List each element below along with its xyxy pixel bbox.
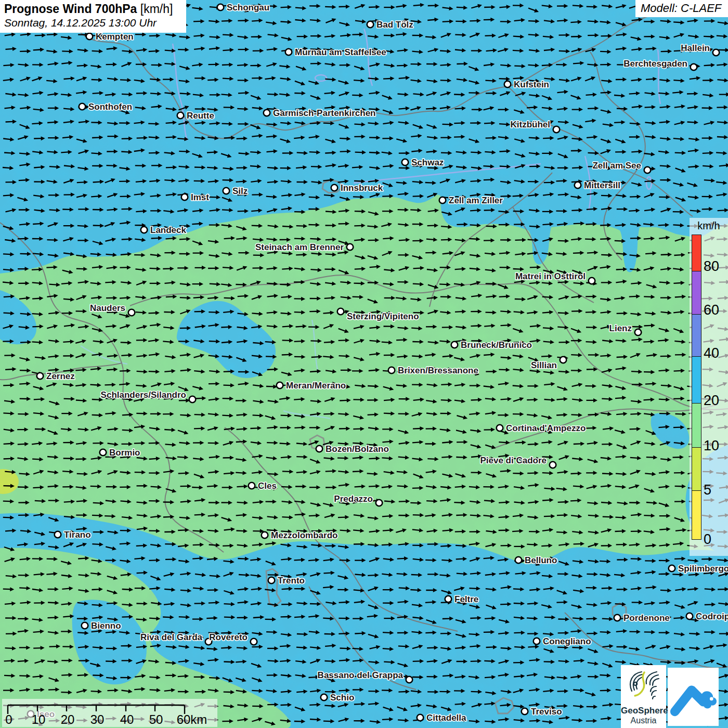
city-label: Sterzing/Vipiteno xyxy=(347,311,419,321)
city-marker xyxy=(181,194,188,201)
city: Berchtesgaden xyxy=(623,59,697,70)
city: Cortina d'Ampezzo xyxy=(497,423,586,433)
city-marker xyxy=(534,638,540,645)
geosphere-logo-box: GeoSphere Austria xyxy=(621,665,666,728)
city: Zell am Ziller xyxy=(439,196,503,205)
city-label: Pordenone xyxy=(623,613,670,623)
city-marker xyxy=(691,64,697,71)
geosphere-logo-text: GeoSphere xyxy=(621,706,666,716)
city-marker xyxy=(251,639,257,645)
city: Cles xyxy=(249,481,277,491)
city-label: Berchtesgaden xyxy=(623,59,687,69)
legend-segment xyxy=(692,271,701,315)
city-marker xyxy=(321,694,328,701)
city-marker xyxy=(376,500,383,506)
city-label: Murnau am Staffelsee xyxy=(295,47,386,57)
city-marker xyxy=(560,357,567,363)
scale-tick-label: 20 xyxy=(61,712,75,727)
scale-tick-label: 30 xyxy=(90,712,105,727)
city-label: Schwaz xyxy=(411,158,444,167)
city: Mezzolombardo xyxy=(262,530,338,540)
city-marker xyxy=(504,81,511,88)
city-label: Bormio xyxy=(109,448,140,458)
city-marker xyxy=(589,278,595,284)
city-label: Bruneck/Brunico xyxy=(461,340,532,350)
city-marker xyxy=(37,373,44,380)
city-label: Schlanders/Silandro xyxy=(101,390,186,400)
map-canvas: SchongauBad TölzKemptenMurnau am Staffel… xyxy=(0,0,728,728)
city-marker xyxy=(262,532,268,539)
scale-tick-label: 0 xyxy=(5,712,12,727)
city-label: Matrei in Osttirol xyxy=(515,271,586,281)
city-marker xyxy=(337,308,344,315)
city-label: Trento xyxy=(278,576,305,586)
city-label: Kitzbühel xyxy=(511,120,551,129)
city: Bozen/Bolzano xyxy=(316,444,389,454)
city-marker xyxy=(417,714,424,721)
city-label: Rovereto xyxy=(209,632,248,642)
city-label: Belluno xyxy=(525,555,557,565)
city-marker xyxy=(285,49,292,56)
city-marker xyxy=(79,103,86,110)
city-marker xyxy=(223,188,230,194)
map-valid-time: Sonntag, 14.12.2025 13:00 Uhr xyxy=(4,17,182,29)
city-marker xyxy=(497,425,503,432)
legend-tick-label: 10 xyxy=(704,438,727,454)
city-marker xyxy=(644,167,651,174)
title-box: Prognose Wind 700hPa [km/h] Sonntag, 14.… xyxy=(0,0,186,33)
city-marker xyxy=(141,227,148,233)
city-label: Brixen/Bressanone xyxy=(398,366,478,375)
city-marker xyxy=(367,21,374,28)
city-marker xyxy=(277,382,283,389)
city: Silz xyxy=(223,186,248,196)
city-label: Bienno xyxy=(91,621,121,631)
city-label: Cles xyxy=(258,481,277,491)
city: Steinach am Brenner xyxy=(255,242,353,252)
city-label: Hallein xyxy=(681,43,710,53)
map-title: Prognose Wind 700hPa xyxy=(4,2,137,16)
city-label: Zell am Ziller xyxy=(449,196,503,205)
legend-tick-label: 40 xyxy=(704,345,727,361)
city-marker xyxy=(100,449,107,456)
city-label: Landeck xyxy=(150,225,187,235)
scale-tick-label: 40 xyxy=(120,712,134,727)
city-label: Codroipo xyxy=(696,612,728,621)
legend-segment xyxy=(692,403,701,448)
city-label: Riva del Garda xyxy=(140,632,203,642)
legend-colorbar xyxy=(692,235,701,540)
city-marker xyxy=(316,446,323,452)
city-label: Cortina d'Ampezzo xyxy=(506,423,586,433)
legend-tick-label: 20 xyxy=(704,393,727,409)
city-label: Imst xyxy=(191,192,209,202)
legend-segment xyxy=(692,235,701,272)
city-marker xyxy=(451,342,458,348)
city-marker xyxy=(515,557,522,564)
city-marker xyxy=(686,613,693,620)
legend-tick-label: 0 xyxy=(704,531,727,548)
city-marker xyxy=(439,197,446,204)
legend-tick-label: 5 xyxy=(704,482,727,498)
wind-forecast-map: SchongauBad TölzKemptenMurnau am Staffel… xyxy=(0,0,728,728)
city-label: Lienz xyxy=(609,323,632,333)
partner-logo-box xyxy=(668,668,719,726)
city-marker xyxy=(82,622,88,629)
city-marker xyxy=(713,49,720,56)
city-label: Predazzo xyxy=(334,494,373,504)
city-marker xyxy=(189,396,196,403)
city-marker xyxy=(128,309,135,316)
scale-bar: 0102030405060km xyxy=(2,699,217,727)
city-marker xyxy=(406,677,413,683)
city-label: Cittadella xyxy=(426,713,466,723)
city-label: Meran/Merano xyxy=(286,381,346,391)
city-label: Kempten xyxy=(96,32,134,42)
city: Meran/Merano xyxy=(277,381,346,391)
city-label: Zernez xyxy=(46,371,75,381)
city-marker xyxy=(575,182,581,189)
city-label: Bozen/Bolzano xyxy=(326,444,389,454)
city-marker xyxy=(614,615,621,621)
city-marker xyxy=(268,577,275,584)
legend-segment xyxy=(692,490,701,540)
city-label: Silz xyxy=(232,186,248,196)
city-label: Schio xyxy=(330,693,354,703)
city-label: Schongau xyxy=(227,3,269,12)
